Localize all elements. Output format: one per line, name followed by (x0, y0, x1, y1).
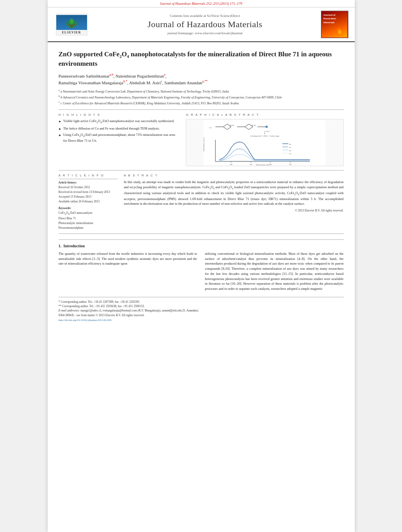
introduction-section: 1. Introduction The quantity of wastewat… (59, 239, 344, 291)
keyword-4: Peroxomonosulphate (59, 226, 118, 230)
svg-text:1 h: 1 h (289, 146, 291, 148)
journal-banner: Journal of Hazardous Materials 252–253 (… (48, 0, 355, 7)
svg-text:600: 600 (269, 163, 272, 165)
history-entries: Received 16 October 2012 Received in rev… (59, 185, 118, 204)
article-title: ZnO supported CoFe2O4 nanophotocatalysts… (59, 50, 344, 69)
journal-thumbnail: Journal ofHazardousMaterials (321, 11, 348, 38)
doi-line[interactable]: http://dx.doi.org/10.1016/j.jhazmat.2013… (59, 318, 344, 323)
introduction-body: The quantity of wastewater released from… (59, 251, 344, 291)
separator-2 (59, 170, 344, 171)
footnote-area: * Corresponding author. Tel.: +56 41 220… (59, 297, 344, 323)
keyword-1: CoFe2O4/ZnO nanocatalysts (59, 211, 118, 216)
elsevier-logo-image: ELSEVIER (56, 14, 87, 35)
journal-main-title: Journal of Hazardous Materials (148, 19, 263, 30)
article-info-label: A R T I C L E I N F O (59, 174, 118, 177)
footnote-corresponding-1: * Corresponding author. Tel.: +56 41 220… (59, 300, 344, 304)
highlight-text-2: The lattice diffusion of Co and Fe was i… (63, 126, 159, 131)
graphical-abstract-column: G R A P H I C A L A B S T R A C T (186, 113, 343, 166)
highlight-text-1: Visible light active CoFe2O4/ZnO nanopho… (63, 119, 174, 125)
highlight-text-3: Using CoFe2O4/ZnO and peroxomonosulphate… (63, 133, 180, 143)
journal-citation: Journal of Hazardous Materials 252–253 (… (160, 2, 243, 6)
intro-right-text: utilizing conventional or biological min… (205, 251, 344, 291)
section-title: 1. Introduction (59, 244, 344, 248)
intro-right-column: utilizing conventional or biological min… (205, 251, 344, 291)
separator-1 (59, 109, 344, 110)
abstract-label: A B S T R A C T (124, 174, 344, 177)
journal-homepage: journal homepage: www.elsevier.com/locat… (167, 31, 243, 35)
intro-left-column: The quantity of wastewater released from… (59, 251, 197, 291)
arrow-icon-2: ► (59, 127, 62, 131)
svg-text:700: 700 (289, 163, 292, 165)
arrow-icon-1: ► (59, 119, 62, 125)
info-separator (59, 179, 118, 179)
received-date: Received 16 October 2012 (59, 185, 118, 190)
elsevier-label: ELSEVIER (62, 31, 81, 34)
svg-text:400: 400 (230, 163, 233, 165)
journal-header: ELSEVIER Contents lists available at Sci… (48, 7, 355, 42)
separator-3 (59, 234, 344, 234)
svg-text:Wavelength (nm): Wavelength (nm) (256, 164, 270, 165)
affiliations: a a Nanomaterials and Solar Energy Conve… (59, 88, 344, 106)
copyright-line: © 2013 Elsevier B.V. All rights reserved… (124, 209, 344, 212)
keyword-2: Direct Blue 71 (59, 216, 118, 221)
page: Journal of Hazardous Materials 252–253 (… (48, 0, 355, 532)
keywords-list: CoFe2O4/ZnO nanocatalysts Direct Blue 71… (59, 211, 118, 230)
available-date: Available online 26 February 2013 (59, 199, 118, 204)
email-label: E-mail addresses: (59, 309, 80, 312)
svg-text:N=N: N=N (230, 124, 234, 126)
thumb-text: Journal ofHazardousMaterials (323, 13, 336, 25)
authors: Panneerselvam Sathishkumara,b, Nalenthir… (59, 72, 344, 86)
keyword-3: Photocatalytic mineralization (59, 221, 118, 226)
intro-left-text: The quantity of wastewater released from… (59, 251, 197, 266)
journal-title-area: Contents lists available at SciVerse Sci… (93, 11, 317, 38)
abstract-text: In this study, an attempt was made to re… (124, 180, 344, 206)
svg-text:3 h: 3 h (289, 150, 291, 152)
sciverse-line: Contents lists available at SciVerse Sci… (170, 14, 240, 18)
svg-text:HO: HO (209, 127, 212, 129)
journal-thumb-inner: Journal ofHazardousMaterials (322, 12, 347, 37)
graphical-abstract-chart: N=N N=N HO SO₃Na (186, 120, 343, 165)
article-history-label: Article history: (59, 181, 118, 184)
highlight-item-2: ► The lattice diffusion of Co and Fe was… (59, 126, 180, 131)
elsevier-logo-top (56, 15, 87, 30)
svg-point-21 (265, 126, 268, 128)
svg-text:N=N: N=N (252, 124, 256, 126)
elsevier-tree-icon (60, 17, 83, 28)
svg-point-3 (70, 19, 74, 24)
highlights-graphical-section: H I G H L I G H T S ► Visible light acti… (59, 113, 344, 166)
issn-line: 0304-3894/$ – see front matter © 2013 El… (59, 313, 344, 317)
article-content: ZnO supported CoFe2O4 nanophotocatalysts… (48, 42, 355, 328)
svg-text:0 h: 0 h (289, 143, 291, 145)
abstract-column: A B S T R A C T In this study, an attemp… (124, 174, 344, 230)
article-info-column: A R T I C L E I N F O Article history: R… (59, 174, 118, 230)
highlights-column: H I G H L I G H T S ► Visible light acti… (59, 113, 180, 166)
email-addresses: manga1@udec.cl, rvmangalaraja@hotmail.co… (80, 309, 198, 312)
svg-text:500: 500 (250, 163, 253, 165)
highlight-item-3: ► Using CoFe2O4/ZnO and peroxomonosulpha… (59, 133, 180, 143)
svg-text:5 h: 5 h (289, 153, 291, 155)
elsevier-logo: ELSEVIER (54, 11, 89, 38)
footnote-emails: E-mail addresses: manga1@udec.cl, rvmang… (59, 308, 344, 313)
graphical-abstract-label: G R A P H I C A L A B S T R A C T (186, 113, 343, 117)
arrow-icon-3: ► (59, 133, 62, 143)
hazard-icon (335, 25, 346, 37)
svg-text:↓: ↓ (264, 130, 266, 135)
revised-date: Received in revised form 13 February 201… (59, 190, 118, 195)
svg-text:CoFe₂O₄/ZnO + PMS + Visible li: CoFe₂O₄/ZnO + PMS + Visible light (250, 135, 280, 137)
article-info-abstract-section: A R T I C L E I N F O Article history: R… (59, 174, 344, 230)
footnote-corresponding-2: ** Corresponding author. Tel.: +91 431 2… (59, 304, 344, 308)
accepted-date: Accepted 15 February 2013 (59, 195, 118, 199)
highlights-label: H I G H L I G H T S (59, 113, 180, 117)
graphical-abstract-image: N=N N=N HO SO₃Na (186, 119, 343, 166)
highlight-item-1: ► Visible light active CoFe2O4/ZnO nanop… (59, 119, 180, 125)
keywords-label: Keywords: (59, 206, 118, 210)
svg-text:Absorbance (a.u.): Absorbance (a.u.) (203, 137, 205, 152)
